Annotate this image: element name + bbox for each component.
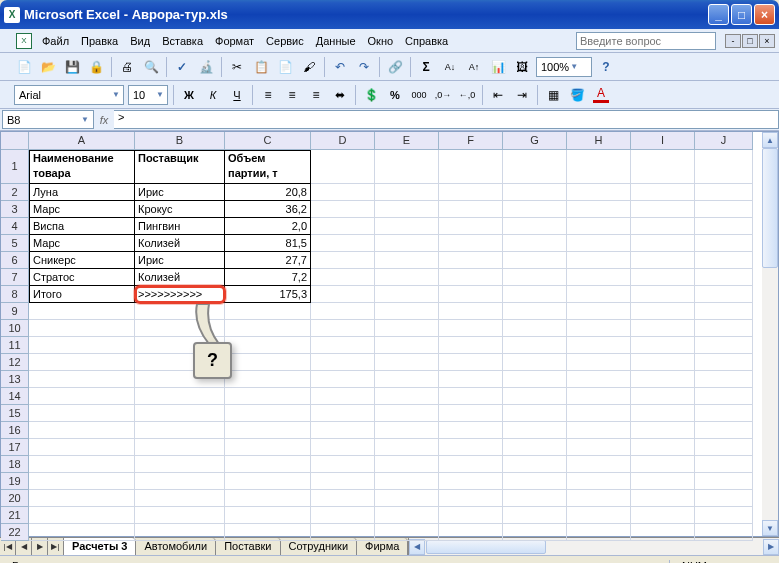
- new-icon[interactable]: 📄: [13, 56, 35, 78]
- cell-H1[interactable]: [567, 150, 631, 184]
- close-button[interactable]: ×: [754, 4, 775, 25]
- percent-icon[interactable]: %: [384, 84, 406, 106]
- cell-D6[interactable]: [311, 252, 375, 269]
- cell-E9[interactable]: [375, 303, 439, 320]
- cell-F11[interactable]: [439, 337, 503, 354]
- cell-I5[interactable]: [631, 235, 695, 252]
- cell-C17[interactable]: [225, 439, 311, 456]
- bold-icon[interactable]: Ж: [178, 84, 200, 106]
- cell-A3[interactable]: Марс: [29, 201, 135, 218]
- align-left-icon[interactable]: ≡: [257, 84, 279, 106]
- cell-J15[interactable]: [695, 405, 753, 422]
- cell-F15[interactable]: [439, 405, 503, 422]
- cell-I17[interactable]: [631, 439, 695, 456]
- cell-C10[interactable]: [225, 320, 311, 337]
- row-header-5[interactable]: 5: [1, 235, 29, 252]
- cell-G7[interactable]: [503, 269, 567, 286]
- cell-J2[interactable]: [695, 184, 753, 201]
- cell-H10[interactable]: [567, 320, 631, 337]
- cell-J21[interactable]: [695, 507, 753, 524]
- format-painter-icon[interactable]: 🖌: [298, 56, 320, 78]
- comma-icon[interactable]: 000: [408, 84, 430, 106]
- cell-B20[interactable]: [135, 490, 225, 507]
- align-center-icon[interactable]: ≡: [281, 84, 303, 106]
- fx-icon[interactable]: fx: [94, 114, 114, 126]
- currency-icon[interactable]: 💲: [360, 84, 382, 106]
- toolbar-handle[interactable]: [4, 33, 8, 49]
- select-all-corner[interactable]: [1, 132, 29, 150]
- cell-F18[interactable]: [439, 456, 503, 473]
- cell-A11[interactable]: [29, 337, 135, 354]
- save-icon[interactable]: 💾: [61, 56, 83, 78]
- cell-G12[interactable]: [503, 354, 567, 371]
- align-right-icon[interactable]: ≡: [305, 84, 327, 106]
- cell-C1[interactable]: Объем партии, т: [225, 150, 311, 184]
- permission-icon[interactable]: 🔒: [85, 56, 107, 78]
- row-header-2[interactable]: 2: [1, 184, 29, 201]
- col-header-J[interactable]: J: [695, 132, 753, 150]
- cell-J1[interactable]: [695, 150, 753, 184]
- cell-D5[interactable]: [311, 235, 375, 252]
- cell-C14[interactable]: [225, 388, 311, 405]
- cell-G4[interactable]: [503, 218, 567, 235]
- cell-G20[interactable]: [503, 490, 567, 507]
- cell-F17[interactable]: [439, 439, 503, 456]
- drawing-icon[interactable]: 🖼: [511, 56, 533, 78]
- scroll-track[interactable]: [762, 148, 778, 520]
- cell-D10[interactable]: [311, 320, 375, 337]
- increase-indent-icon[interactable]: ⇥: [511, 84, 533, 106]
- menu-window[interactable]: Окно: [362, 33, 400, 49]
- cell-B19[interactable]: [135, 473, 225, 490]
- cell-H2[interactable]: [567, 184, 631, 201]
- cell-C21[interactable]: [225, 507, 311, 524]
- cell-I1[interactable]: [631, 150, 695, 184]
- cell-G5[interactable]: [503, 235, 567, 252]
- cell-I3[interactable]: [631, 201, 695, 218]
- cell-F4[interactable]: [439, 218, 503, 235]
- cell-F13[interactable]: [439, 371, 503, 388]
- cell-D22[interactable]: [311, 524, 375, 541]
- cell-A10[interactable]: [29, 320, 135, 337]
- cell-I18[interactable]: [631, 456, 695, 473]
- cell-C13[interactable]: [225, 371, 311, 388]
- cell-C8[interactable]: 175,3: [225, 286, 311, 303]
- cell-E7[interactable]: [375, 269, 439, 286]
- cell-J10[interactable]: [695, 320, 753, 337]
- paste-icon[interactable]: 📄: [274, 56, 296, 78]
- cell-H5[interactable]: [567, 235, 631, 252]
- toolbar-handle[interactable]: [4, 86, 8, 104]
- cell-E21[interactable]: [375, 507, 439, 524]
- font-size-combo[interactable]: 10▼: [128, 85, 168, 105]
- cell-D9[interactable]: [311, 303, 375, 320]
- cell-C19[interactable]: [225, 473, 311, 490]
- cell-J8[interactable]: [695, 286, 753, 303]
- zoom-combo[interactable]: 100%▼: [536, 57, 592, 77]
- row-header-8[interactable]: 8: [1, 286, 29, 303]
- cell-F7[interactable]: [439, 269, 503, 286]
- cell-A4[interactable]: Виспа: [29, 218, 135, 235]
- menu-tools[interactable]: Сервис: [260, 33, 310, 49]
- menu-data[interactable]: Данные: [310, 33, 362, 49]
- cell-D13[interactable]: [311, 371, 375, 388]
- cell-A22[interactable]: [29, 524, 135, 541]
- cell-F16[interactable]: [439, 422, 503, 439]
- cell-C7[interactable]: 7,2: [225, 269, 311, 286]
- increase-decimal-icon[interactable]: ,0→: [432, 84, 454, 106]
- cell-G13[interactable]: [503, 371, 567, 388]
- maximize-button[interactable]: □: [731, 4, 752, 25]
- cell-F8[interactable]: [439, 286, 503, 303]
- cell-H3[interactable]: [567, 201, 631, 218]
- cell-D19[interactable]: [311, 473, 375, 490]
- formula-input[interactable]: >: [114, 110, 779, 129]
- cell-A14[interactable]: [29, 388, 135, 405]
- cell-B5[interactable]: Колизей: [135, 235, 225, 252]
- cut-icon[interactable]: ✂: [226, 56, 248, 78]
- col-header-E[interactable]: E: [375, 132, 439, 150]
- cell-A19[interactable]: [29, 473, 135, 490]
- cell-B16[interactable]: [135, 422, 225, 439]
- cell-H18[interactable]: [567, 456, 631, 473]
- open-icon[interactable]: 📂: [37, 56, 59, 78]
- mdi-restore-button[interactable]: □: [742, 34, 758, 48]
- cell-E4[interactable]: [375, 218, 439, 235]
- cell-D17[interactable]: [311, 439, 375, 456]
